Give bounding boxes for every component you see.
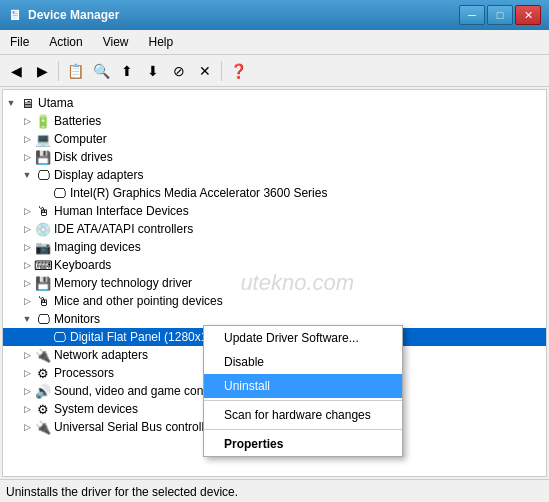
expand-icon: ▷	[19, 296, 35, 306]
expand-icon: ▷	[19, 422, 35, 432]
keyboard-icon: ⌨	[35, 257, 51, 273]
context-menu: Update Driver Software... Disable Uninst…	[203, 325, 403, 457]
item-label: Processors	[54, 366, 114, 380]
status-text: Uninstalls the driver for the selected d…	[6, 485, 238, 499]
update-driver-button[interactable]: ⬆	[115, 59, 139, 83]
list-item[interactable]: ▷ 💻 Computer	[3, 130, 546, 148]
window-controls: ─ □ ✕	[459, 5, 541, 25]
list-item[interactable]: ▷ ⌨ Keyboards	[3, 256, 546, 274]
list-item[interactable]: ▷ 💿 IDE ATA/ATAPI controllers	[3, 220, 546, 238]
item-label: Batteries	[54, 114, 101, 128]
disk-icon: 💾	[35, 149, 51, 165]
item-label: Network adapters	[54, 348, 148, 362]
graphics-icon: 🖵	[51, 185, 67, 201]
title-bar: 🖥 Device Manager ─ □ ✕	[0, 0, 549, 30]
item-label: Computer	[54, 132, 107, 146]
context-scan-hardware[interactable]: Scan for hardware changes	[204, 403, 402, 427]
toolbar-separator-1	[58, 61, 59, 81]
item-label: IDE ATA/ATAPI controllers	[54, 222, 193, 236]
toolbar: ◀ ▶ 📋 🔍 ⬆ ⬇ ⊘ ✕ ❓	[0, 55, 549, 87]
menu-action[interactable]: Action	[39, 32, 92, 52]
list-item[interactable]: ▼ 🖵 Display adapters	[3, 166, 546, 184]
menu-file[interactable]: File	[0, 32, 39, 52]
expand-icon: ▷	[19, 350, 35, 360]
expand-icon: ▷	[19, 278, 35, 288]
item-label: Universal Serial Bus controllers	[54, 420, 221, 434]
item-label: Intel(R) Graphics Media Accelerator 3600…	[70, 186, 327, 200]
list-item[interactable]: ▷ 💾 Memory technology driver	[3, 274, 546, 292]
root-label: Utama	[38, 96, 73, 110]
system-icon: ⚙	[35, 401, 51, 417]
expand-icon: ▷	[19, 368, 35, 378]
item-label: Mice and other pointing devices	[54, 294, 223, 308]
monitor-icon: 🖵	[35, 311, 51, 327]
list-item[interactable]: ▷ 📷 Imaging devices	[3, 238, 546, 256]
help-button[interactable]: ❓	[226, 59, 250, 83]
uninstall-button[interactable]: ✕	[193, 59, 217, 83]
close-button[interactable]: ✕	[515, 5, 541, 25]
computer-icon: 💻	[35, 131, 51, 147]
list-item[interactable]: 🖵 Intel(R) Graphics Media Accelerator 36…	[3, 184, 546, 202]
window-title: Device Manager	[28, 8, 119, 22]
forward-button[interactable]: ▶	[30, 59, 54, 83]
imaging-icon: 📷	[35, 239, 51, 255]
disable-button[interactable]: ⊘	[167, 59, 191, 83]
computer-icon: 🖥	[19, 95, 35, 111]
list-item[interactable]: ▷ 💾 Disk drives	[3, 148, 546, 166]
item-label: Disk drives	[54, 150, 113, 164]
menu-help[interactable]: Help	[139, 32, 184, 52]
status-bar: Uninstalls the driver for the selected d…	[0, 479, 549, 502]
item-label: Display adapters	[54, 168, 143, 182]
item-label: Keyboards	[54, 258, 111, 272]
context-update-driver[interactable]: Update Driver Software...	[204, 326, 402, 350]
list-item[interactable]: ▷ 🔋 Batteries	[3, 112, 546, 130]
context-properties[interactable]: Properties	[204, 432, 402, 456]
back-button[interactable]: ◀	[4, 59, 28, 83]
sound-icon: 🔊	[35, 383, 51, 399]
expand-icon: ▷	[19, 152, 35, 162]
expand-icon: ▷	[19, 242, 35, 252]
usb-icon: 🔌	[35, 419, 51, 435]
expand-icon: ▷	[19, 134, 35, 144]
rollback-button[interactable]: ⬇	[141, 59, 165, 83]
expand-icon: ▼	[19, 170, 35, 180]
context-separator-1	[204, 400, 402, 401]
memory-icon: 💾	[35, 275, 51, 291]
batteries-icon: 🔋	[35, 113, 51, 129]
processor-icon: ⚙	[35, 365, 51, 381]
expand-icon: ▷	[19, 386, 35, 396]
display-icon: 🖵	[35, 167, 51, 183]
list-item[interactable]: ▷ 🖱 Human Interface Devices	[3, 202, 546, 220]
context-disable[interactable]: Disable	[204, 350, 402, 374]
expand-icon: ▷	[19, 206, 35, 216]
mice-icon: 🖱	[35, 293, 51, 309]
item-label: System devices	[54, 402, 138, 416]
minimize-button[interactable]: ─	[459, 5, 485, 25]
context-uninstall[interactable]: Uninstall	[204, 374, 402, 398]
list-item[interactable]: ▷ 🖱 Mice and other pointing devices	[3, 292, 546, 310]
scan-button[interactable]: 🔍	[89, 59, 113, 83]
network-icon: 🔌	[35, 347, 51, 363]
expand-root: ▼	[3, 98, 19, 108]
menu-view[interactable]: View	[93, 32, 139, 52]
item-label: Imaging devices	[54, 240, 141, 254]
ide-icon: 💿	[35, 221, 51, 237]
expand-icon: ▷	[19, 404, 35, 414]
toolbar-separator-2	[221, 61, 222, 81]
item-label: Memory technology driver	[54, 276, 192, 290]
maximize-button[interactable]: □	[487, 5, 513, 25]
monitor-device-icon: 🖵	[51, 329, 67, 345]
expand-icon: ▼	[19, 314, 35, 324]
expand-icon: ▷	[19, 224, 35, 234]
main-content: ▼ 🖥 Utama ▷ 🔋 Batteries ▷ 💻 Computer ▷ 💾…	[2, 89, 547, 477]
app-icon: 🖥	[8, 7, 22, 23]
item-label: Human Interface Devices	[54, 204, 189, 218]
properties-button[interactable]: 📋	[63, 59, 87, 83]
expand-icon: ▷	[19, 116, 35, 126]
tree-root[interactable]: ▼ 🖥 Utama	[3, 94, 546, 112]
menu-bar: File Action View Help	[0, 30, 549, 55]
context-separator-2	[204, 429, 402, 430]
item-label: Monitors	[54, 312, 100, 326]
hid-icon: 🖱	[35, 203, 51, 219]
